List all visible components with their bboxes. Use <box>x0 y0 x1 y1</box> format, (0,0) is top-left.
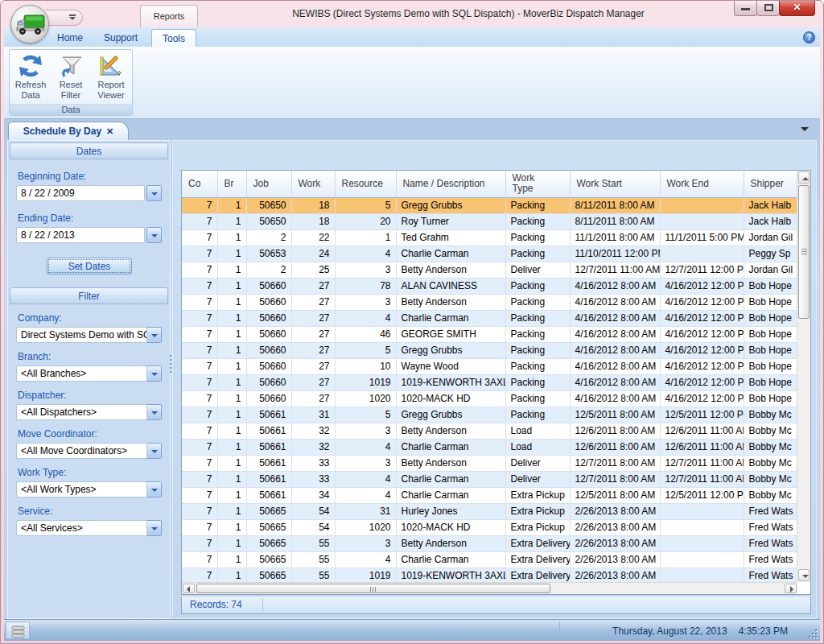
grid-cell[interactable]: Packing <box>505 342 570 358</box>
grid-cell[interactable] <box>660 246 744 262</box>
grid-cell[interactable]: 1 <box>217 390 246 407</box>
grid-row[interactable]: 71506602778ALAN CAVINESSPacking4/16/2012… <box>182 278 797 294</box>
grid-cell[interactable]: 27 <box>291 294 335 310</box>
grid-cell[interactable]: Deliver <box>505 455 570 471</box>
grid-cell[interactable]: 1 <box>217 374 246 390</box>
work-type-dropdown-icon[interactable] <box>146 481 162 497</box>
grid-cell[interactable]: Bob Hope <box>744 278 797 294</box>
grid-cell[interactable]: 3 <box>335 423 396 439</box>
grid-cell[interactable]: 7 <box>182 229 217 246</box>
grid-cell[interactable]: 55 <box>291 551 335 568</box>
grid-cell[interactable]: 1 <box>217 262 246 278</box>
grid-cell[interactable]: 55 <box>291 535 335 551</box>
grid-cell[interactable]: 50665 <box>246 503 291 519</box>
grid-cell[interactable]: Packing <box>505 390 570 407</box>
grid-cell[interactable]: Betty Anderson <box>396 455 505 471</box>
grid-cell[interactable]: Bobby Mc <box>744 487 797 503</box>
grid-cell[interactable]: 7 <box>182 407 217 423</box>
grid-cell[interactable]: 12/6/2011 8:00 AM <box>570 439 660 455</box>
grid-cell[interactable]: 1 <box>217 439 246 455</box>
grid-cell[interactable]: 4/16/2012 8:00 AM <box>570 358 660 374</box>
grid-cell[interactable]: Bob Hope <box>744 326 797 342</box>
grid-cell[interactable]: 18 <box>291 197 335 213</box>
grid-cell[interactable]: Betty Anderson <box>396 294 505 310</box>
grid-cell[interactable]: 46 <box>335 326 396 342</box>
dispatcher-dropdown-icon[interactable] <box>146 404 162 420</box>
grid-cell[interactable]: 24 <box>291 246 335 262</box>
beginning-date-dropdown-icon[interactable] <box>146 185 162 201</box>
grid-cell[interactable]: Extra Delivery <box>505 551 570 568</box>
grid-cell[interactable]: Gregg Grubbs <box>396 407 505 423</box>
grid-cell[interactable]: 1019 <box>335 568 396 584</box>
grid-cell[interactable]: 4 <box>335 551 396 568</box>
grid-cell[interactable]: 11/1/2011 5:00 PM <box>660 229 744 246</box>
grid-cell[interactable]: Fred Wats <box>744 535 797 551</box>
grid-cell[interactable]: Packing <box>505 278 570 294</box>
grid-cell[interactable]: 5 <box>335 197 396 213</box>
grid-cell[interactable]: Bob Hope <box>744 294 797 310</box>
grid-cell[interactable]: 7 <box>182 503 217 519</box>
grid-cell[interactable]: 3 <box>335 535 396 551</box>
grid-cell[interactable]: 12/5/2011 12:00 PM <box>660 487 744 503</box>
column-header[interactable]: Work <box>291 171 335 197</box>
grid-cell[interactable]: 7 <box>182 310 217 326</box>
grid-row[interactable]: 71506602710191019-KENWORTH 3AXLEPacking4… <box>182 374 797 390</box>
resize-grip[interactable] <box>807 628 817 638</box>
grid-cell[interactable]: Packing <box>505 310 570 326</box>
grid-row[interactable]: 71506602710201020-MACK HDPacking4/16/201… <box>182 390 797 407</box>
grid-cell[interactable]: 50660 <box>246 358 291 374</box>
grid-cell[interactable]: 55 <box>291 568 335 584</box>
grid-cell[interactable]: Fred Wats <box>744 568 797 584</box>
grid-cell[interactable]: 7 <box>182 487 217 503</box>
grid-cell[interactable]: 7 <box>182 342 217 358</box>
grid-cell[interactable]: Packing <box>505 358 570 374</box>
grid-cell[interactable]: 50661 <box>246 423 291 439</box>
grid-cell[interactable]: 50661 <box>246 487 291 503</box>
grid-row[interactable]: 7150661315Gregg GrubbsPacking12/5/2011 8… <box>182 407 797 423</box>
grid-cell[interactable]: 3 <box>335 294 396 310</box>
grid-cell[interactable]: Charlie Carman <box>396 310 505 326</box>
scroll-right-icon[interactable] <box>785 584 797 593</box>
grid-cell[interactable]: Bob Hope <box>744 374 797 390</box>
beginning-date-field[interactable]: 8 / 22 / 2009 <box>16 185 145 201</box>
grid-cell[interactable]: 54 <box>291 503 335 519</box>
grid-cell[interactable]: Charlie Carman <box>396 439 505 455</box>
grid-cell[interactable]: 50660 <box>246 310 291 326</box>
grid-cell[interactable]: Packing <box>505 246 570 262</box>
grid-cell[interactable]: 2 <box>246 262 291 278</box>
grid-cell[interactable]: 31 <box>291 407 335 423</box>
grid-cell[interactable]: Wayne Wood <box>396 358 505 374</box>
grid-cell[interactable]: 27 <box>291 390 335 407</box>
grid-row[interactable]: 7150661323Betty AndersonLoad12/6/2011 8:… <box>182 423 797 439</box>
grid-row[interactable]: 7150661334Charlie CarmanDeliver12/7/2011… <box>182 471 797 487</box>
grid-cell[interactable]: 50660 <box>246 278 291 294</box>
grid-cell[interactable]: 12/7/2011 12:00 PM <box>660 262 744 278</box>
grid-cell[interactable]: Bobby Mc <box>744 455 797 471</box>
grid-cell[interactable]: 78 <box>335 278 396 294</box>
quick-access-toolbar[interactable] <box>46 10 83 26</box>
grid-cell[interactable]: 33 <box>291 455 335 471</box>
grid-cell[interactable]: 1 <box>217 213 246 229</box>
grid-cell[interactable]: 1020-MACK HD <box>396 390 505 407</box>
grid-row[interactable]: 7150650185Gregg GrubbsPacking8/11/2011 8… <box>182 197 797 213</box>
grid-cell[interactable]: 4/16/2012 12:00 PM <box>660 358 744 374</box>
grid-row[interactable]: 71506602746GEORGE SMITHPacking4/16/2012 … <box>182 326 797 342</box>
grid-row[interactable]: 7150660273Betty AndersonPacking4/16/2012… <box>182 294 797 310</box>
grid-row[interactable]: 7150660275Gregg GrubbsPacking4/16/2012 8… <box>182 342 797 358</box>
ending-date-dropdown-icon[interactable] <box>146 227 162 243</box>
grid-cell[interactable]: 12/7/2011 8:00 AM <box>570 455 660 471</box>
grid-cell[interactable]: 1 <box>217 294 246 310</box>
grid-cell[interactable] <box>660 568 744 584</box>
grid-cell[interactable]: 50661 <box>246 471 291 487</box>
grid-cell[interactable]: Bobby Mc <box>744 439 797 455</box>
grid-cell[interactable]: Bobby Mc <box>744 423 797 439</box>
grid-cell[interactable]: 8/11/2011 8:00 AM <box>570 213 660 229</box>
grid-cell[interactable]: Charlie Carman <box>396 471 505 487</box>
grid-cell[interactable]: 4 <box>335 246 396 262</box>
grid-row[interactable]: 7150661333Betty AndersonDeliver12/7/2011… <box>182 455 797 471</box>
grid-cell[interactable]: 7 <box>182 519 217 535</box>
grid-cell[interactable]: Charlie Carman <box>396 246 505 262</box>
grid-cell[interactable]: Packing <box>505 229 570 246</box>
grid-cell[interactable]: 50660 <box>246 342 291 358</box>
grid-row[interactable]: 71506655410201020-MACK HDExtra Pickup2/2… <box>182 519 797 535</box>
